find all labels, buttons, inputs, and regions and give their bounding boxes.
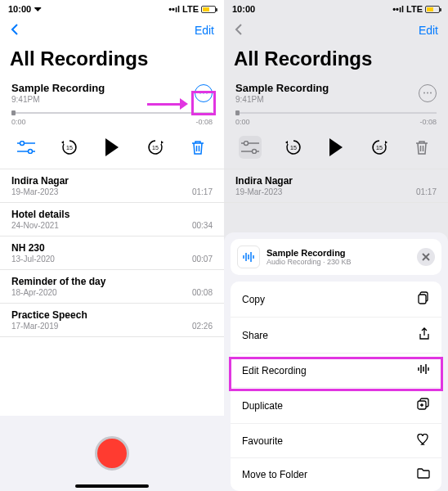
battery-icon xyxy=(201,6,216,13)
action-duplicate[interactable]: Duplicate xyxy=(231,388,441,424)
record-toolbar xyxy=(0,416,224,491)
svg-point-15 xyxy=(244,142,249,146)
play-button[interactable] xyxy=(101,136,123,159)
more-options-button[interactable] xyxy=(419,84,437,102)
list-item[interactable]: Indira Nagar19-Mar-202301:17 xyxy=(0,169,224,203)
page-title: All Recordings xyxy=(0,43,224,79)
time-start: 0:00 xyxy=(11,118,26,126)
action-share[interactable]: Share xyxy=(231,318,441,354)
svg-rect-28 xyxy=(419,295,426,304)
playback-scrubber[interactable]: 0:00-0:08 xyxy=(224,106,448,126)
rewind-15-button[interactable]: 15 xyxy=(58,136,81,159)
options-icon[interactable] xyxy=(15,136,38,159)
time-end: -0:08 xyxy=(195,118,213,126)
svg-text:15: 15 xyxy=(290,145,297,151)
list-item[interactable]: Indira Nagar19-Mar-202301:17 xyxy=(224,169,448,203)
recordings-list: Indira Nagar19-Mar-202301:17 Hotel detai… xyxy=(0,169,224,337)
signal-bars-icon: ••ıl xyxy=(168,4,180,14)
nav-bar: Edit xyxy=(224,18,448,43)
selected-recording[interactable]: Sample Recording 9:41PM xyxy=(224,79,448,106)
signal-bars-icon: ••ıl xyxy=(392,4,404,14)
annotation-more-highlight xyxy=(191,91,216,115)
list-item[interactable]: Reminder of the day18-Apr-202000:08 xyxy=(0,270,224,304)
status-bar: 10:00 ••ılLTE xyxy=(224,0,448,18)
forward-15-button[interactable]: 15 xyxy=(144,136,167,159)
pane-left-list-view: 10:00 ⏷ ••ılLTE Edit All Recordings Samp… xyxy=(0,0,224,491)
record-button[interactable] xyxy=(95,436,129,471)
play-button[interactable] xyxy=(325,136,347,159)
list-item[interactable]: Hotel details24-Nov-202100:34 xyxy=(0,203,224,236)
svg-point-12 xyxy=(427,92,428,94)
back-button[interactable] xyxy=(234,23,244,38)
rewind-15-button[interactable]: 15 xyxy=(282,136,305,159)
svg-text:15: 15 xyxy=(66,145,73,151)
selected-time: 9:41PM xyxy=(235,95,329,104)
sheet-title: Sample Recording xyxy=(267,248,352,258)
page-title: All Recordings xyxy=(224,43,448,79)
network-label: LTE xyxy=(406,4,423,14)
svg-text:15: 15 xyxy=(376,145,383,151)
clock: 10:00 xyxy=(232,4,255,14)
list-item[interactable]: Practice Speech17-Mar-201902:26 xyxy=(0,304,224,337)
action-favourite[interactable]: Favourite xyxy=(231,424,441,458)
edit-button[interactable]: Edit xyxy=(195,24,214,37)
duplicate-icon xyxy=(417,398,430,413)
time-start: 0:00 xyxy=(235,118,250,126)
pane-right-action-sheet-view: 10:00 ••ılLTE Edit All Recordings Sample… xyxy=(224,0,448,491)
waveform-icon xyxy=(237,246,260,268)
selected-name: Sample Recording xyxy=(11,82,105,94)
home-indicator xyxy=(75,484,149,488)
recordings-list: Indira Nagar19-Mar-202301:17 xyxy=(224,169,448,203)
nav-bar: Edit xyxy=(0,18,224,43)
clock: 10:00 xyxy=(8,4,31,14)
svg-point-17 xyxy=(253,150,257,154)
forward-15-button[interactable]: 15 xyxy=(368,136,391,159)
delete-button[interactable] xyxy=(186,136,209,159)
sheet-subtitle: Audio Recording · 230 KB xyxy=(267,258,352,266)
svg-point-13 xyxy=(430,92,432,94)
action-copy[interactable]: Copy xyxy=(231,282,441,318)
heart-icon xyxy=(417,434,430,448)
edit-button[interactable]: Edit xyxy=(419,24,438,37)
selected-recording[interactable]: Sample Recording 9:41PM xyxy=(0,79,224,106)
svg-text:15: 15 xyxy=(152,145,159,151)
folder-icon xyxy=(417,468,430,481)
options-icon[interactable] xyxy=(239,136,262,159)
selected-name: Sample Recording xyxy=(235,82,329,94)
back-button[interactable] xyxy=(10,23,20,38)
battery-icon xyxy=(425,6,440,13)
network-label: LTE xyxy=(182,4,199,14)
close-button[interactable] xyxy=(417,248,435,266)
share-icon xyxy=(419,327,430,343)
playback-controls: 15 15 xyxy=(224,126,448,169)
annotation-arrow xyxy=(147,98,188,110)
delete-button[interactable] xyxy=(410,136,433,159)
annotation-edit-highlight xyxy=(229,357,443,391)
svg-point-6 xyxy=(29,150,33,154)
selected-time: 9:41PM xyxy=(11,95,105,104)
svg-point-4 xyxy=(20,142,25,146)
action-move-to-folder[interactable]: Move to Folder xyxy=(231,458,441,491)
sheet-header: Sample Recording Audio Recording · 230 K… xyxy=(231,239,441,275)
playback-scrubber[interactable]: 0:00-0:08 xyxy=(0,106,224,126)
svg-point-11 xyxy=(423,92,425,94)
copy-icon xyxy=(417,291,430,307)
time-end: -0:08 xyxy=(419,118,437,126)
playback-controls: 15 15 xyxy=(0,126,224,169)
list-item[interactable]: NH 23013-Jul-202000:07 xyxy=(0,236,224,270)
status-bar: 10:00 ⏷ ••ılLTE xyxy=(0,0,224,18)
